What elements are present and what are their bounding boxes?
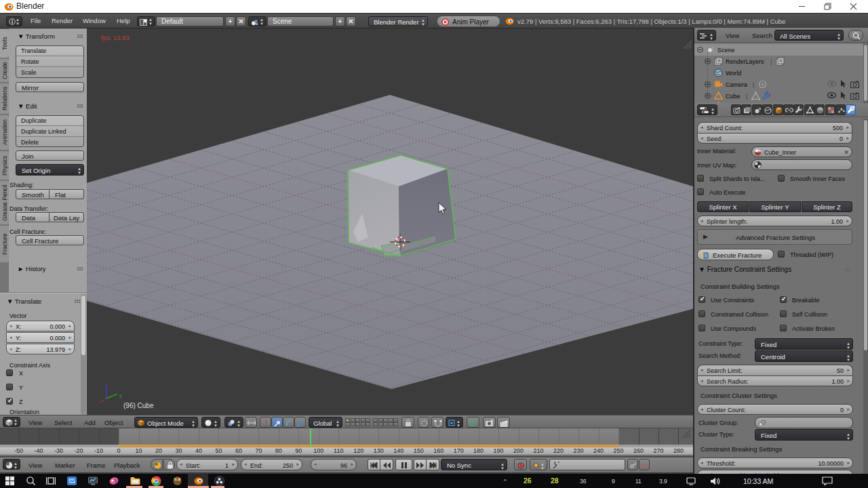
- svg-text:fps: 13.83: fps: 13.83: [101, 34, 130, 41]
- svg-text:(96) Cube: (96) Cube: [123, 402, 154, 409]
- svg-text:y: y: [119, 392, 122, 399]
